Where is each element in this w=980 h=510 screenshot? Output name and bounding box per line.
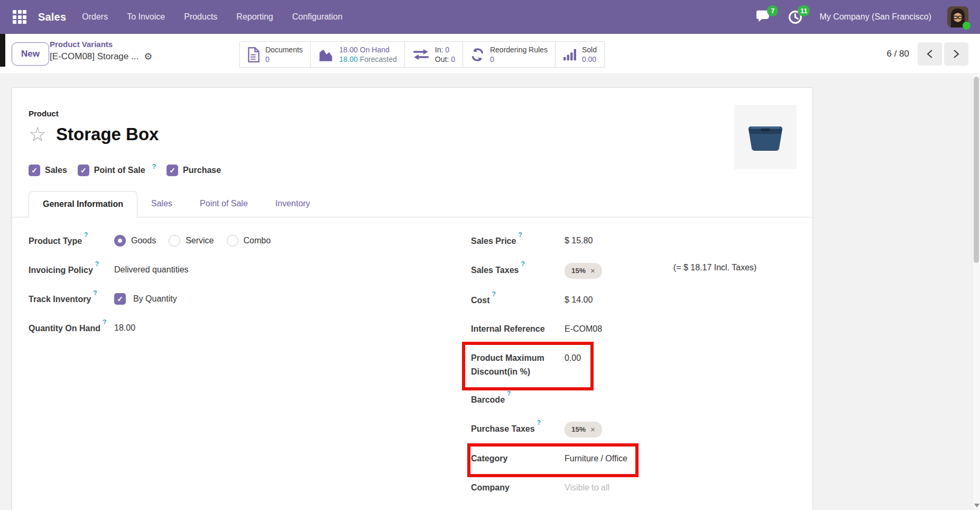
radio-service[interactable] <box>169 235 180 247</box>
document-icon <box>247 47 260 62</box>
company-switcher[interactable]: My Company (San Francisco) <box>819 12 931 22</box>
stat-forecasted-label: Forecasted <box>360 55 397 63</box>
help-tooltip-icon: ? <box>84 231 88 239</box>
field-quantity-on-hand: Quantity On Hand? 18.00 <box>29 321 455 336</box>
tab-point-of-sale[interactable]: Point of Sale <box>186 190 262 217</box>
stat-button-group: Documents 0 18.00 On Hand 18.00 Forecast… <box>239 41 605 68</box>
storage-box-photo <box>744 122 787 152</box>
online-status-dot <box>963 22 970 30</box>
field-sales-price: Sales Price? $ 15.80 <box>471 234 812 249</box>
stat-documents-label: Documents <box>265 45 303 54</box>
stat-button-reordering[interactable]: Reordering Rules 0 <box>463 42 556 67</box>
product-image[interactable] <box>734 105 797 169</box>
help-tooltip-icon: ? <box>521 260 524 268</box>
messages-badge: 7 <box>767 5 778 16</box>
breadcrumb-parent-link[interactable]: Product Variants <box>50 39 152 50</box>
area-chart-icon <box>318 48 334 62</box>
app-name[interactable]: Sales <box>38 11 66 23</box>
company-input[interactable]: Visible to all <box>565 481 609 495</box>
scrollbar-thumb[interactable] <box>974 77 979 263</box>
scrollbar-down-arrow-icon[interactable] <box>974 504 979 507</box>
channel-toggles: ✓ Sales ✓ Point of Sale ? ✓ Purchase <box>29 165 796 176</box>
max-discount-input[interactable]: 0.00 <box>565 351 581 365</box>
field-cost: Cost? $ 14.00 <box>471 293 812 308</box>
stat-in-label: In: <box>435 45 443 54</box>
stat-button-documents[interactable]: Documents 0 <box>240 42 311 67</box>
field-purchase-taxes: Purchase Taxes? 15% × <box>471 422 812 438</box>
sales-price-input[interactable]: $ 15.80 <box>565 234 593 248</box>
stat-in-value: 0 <box>445 45 449 54</box>
stat-button-in-out[interactable]: In: 0 Out: 0 <box>405 42 463 67</box>
field-company: Company Visible to all <box>471 481 812 496</box>
toggle-point-of-sale[interactable]: ✓ Point of Sale ? <box>78 165 156 176</box>
vertical-scrollbar[interactable] <box>972 75 980 510</box>
favorite-star-icon[interactable]: ☆ <box>29 124 47 144</box>
help-tooltip-icon: ? <box>93 289 97 297</box>
field-track-inventory: Track Inventory? ✓ By Quantity <box>29 292 455 307</box>
nav-item-orders[interactable]: Orders <box>82 12 108 22</box>
nav-item-to-invoice[interactable]: To Invoice <box>127 12 165 22</box>
help-tooltip-icon: ? <box>507 390 511 397</box>
transfer-arrows-icon <box>412 48 430 61</box>
tag-remove-icon[interactable]: × <box>590 423 595 436</box>
bar-chart-icon <box>563 48 577 61</box>
apps-menu-icon[interactable] <box>13 10 26 24</box>
stat-reordering-value: 0 <box>490 54 548 64</box>
refresh-icon <box>470 48 485 62</box>
tab-general-information[interactable]: General Information <box>29 191 137 217</box>
record-kind-label: Product <box>29 109 796 118</box>
field-internal-reference: Internal Reference E-COM08 <box>471 322 812 337</box>
pager: 6 / 80 <box>886 42 968 66</box>
product-title-input[interactable]: Storage Box <box>56 124 159 144</box>
chevron-left-icon <box>927 49 933 59</box>
stat-forecasted-value: 18.00 <box>339 55 358 63</box>
checkbox-checked-icon[interactable]: ✓ <box>78 165 89 176</box>
help-tooltip-icon: ? <box>152 163 156 170</box>
stat-button-on-hand[interactable]: 18.00 On Hand 18.00 Forecasted <box>311 42 405 67</box>
category-input[interactable]: Furniture / Office <box>565 452 627 466</box>
incl-taxes-note: (= $ 18.17 Incl. Taxes) <box>673 263 757 272</box>
help-tooltip-icon: ? <box>103 318 106 326</box>
cost-input[interactable]: $ 14.00 <box>565 293 593 307</box>
nav-item-products[interactable]: Products <box>184 12 217 22</box>
toggle-purchase[interactable]: ✓ Purchase <box>167 165 221 176</box>
gear-icon[interactable]: ⚙ <box>144 52 152 61</box>
radio-goods[interactable] <box>114 235 126 247</box>
nav-item-configuration[interactable]: Configuration <box>292 12 343 22</box>
tab-inventory[interactable]: Inventory <box>262 190 324 217</box>
internal-reference-input[interactable]: E-COM08 <box>565 322 602 336</box>
field-category: Category Furniture / Office <box>471 452 812 467</box>
chevron-right-icon <box>953 49 959 59</box>
tab-sales[interactable]: Sales <box>137 190 186 217</box>
pager-previous-button[interactable] <box>918 42 942 66</box>
tag-remove-icon[interactable]: × <box>590 265 595 277</box>
stat-documents-value: 0 <box>265 54 303 64</box>
activities-button[interactable]: 11 <box>788 10 803 24</box>
pager-next-button[interactable] <box>944 42 968 66</box>
checkbox-checked-icon[interactable]: ✓ <box>29 165 40 176</box>
sales-tax-tag[interactable]: 15% × <box>565 263 602 279</box>
help-tooltip-icon: ? <box>518 231 522 239</box>
help-tooltip-icon: ? <box>537 419 541 426</box>
radio-combo[interactable] <box>227 235 238 247</box>
breadcrumb: Product Variants [E-COM08] Storage ... ⚙ <box>50 39 152 63</box>
track-inventory-checkbox[interactable]: ✓ <box>114 293 126 305</box>
nav-menu: Orders To Invoice Products Reporting Con… <box>82 12 343 22</box>
messages-button[interactable]: 7 <box>756 10 772 24</box>
stat-reordering-label: Reordering Rules <box>490 45 548 54</box>
nav-item-reporting[interactable]: Reporting <box>236 12 273 22</box>
toggle-sales[interactable]: ✓ Sales <box>29 165 67 176</box>
page-background: Product ☆ Storage Box ✓ Sales ✓ Point of… <box>0 75 972 510</box>
checkbox-checked-icon[interactable]: ✓ <box>167 165 178 176</box>
stat-button-sold[interactable]: Sold 0.00 <box>556 42 604 67</box>
control-panel: New Product Variants [E-COM08] Storage .… <box>0 34 980 74</box>
invoicing-policy-select[interactable]: Delivered quantities <box>114 263 189 277</box>
form-left-column: Product Type? Goods Service Combo Invoic… <box>12 217 455 350</box>
quantity-on-hand-input[interactable]: 18.00 <box>114 321 135 335</box>
avatar[interactable] <box>947 6 968 28</box>
stat-out-label: Out: <box>435 55 449 63</box>
field-sales-taxes: Sales Taxes? 15% × (= $ 18.17 Incl. Taxe… <box>471 263 812 279</box>
stat-out-value: 0 <box>451 55 455 63</box>
new-button[interactable]: New <box>12 42 49 66</box>
purchase-tax-tag[interactable]: 15% × <box>565 422 602 438</box>
